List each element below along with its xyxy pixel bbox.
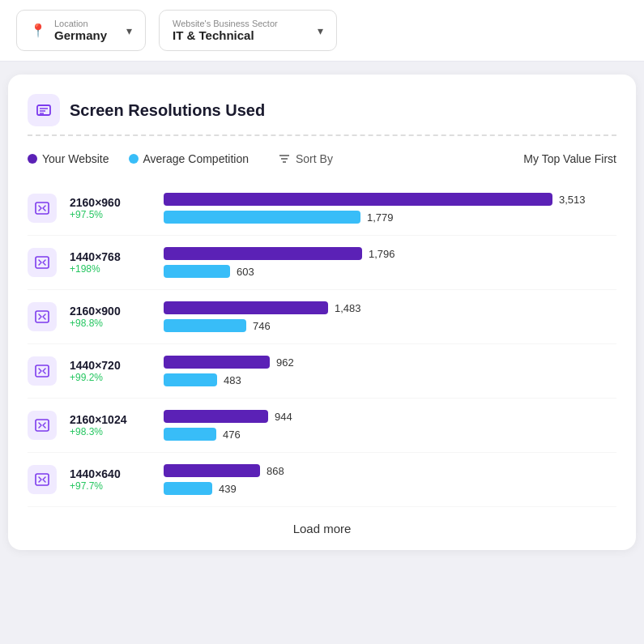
avg-competition-label: Average Competition xyxy=(143,152,249,165)
sort-by-button[interactable]: Sort By xyxy=(278,152,333,165)
resolution-row: 1440×720 +99.2% 962 483 xyxy=(28,344,616,399)
load-more-button[interactable]: Load more xyxy=(293,522,352,535)
your-value-3: 962 xyxy=(276,356,294,369)
res-change-1: +198% xyxy=(70,263,151,275)
card-header: Screen Resolutions Used xyxy=(28,94,616,136)
bars-container-4: 944 476 xyxy=(164,410,616,441)
bars-container-1: 1,796 603 xyxy=(164,247,616,278)
res-change-5: +97.7% xyxy=(70,480,151,492)
res-label-0: 2160×960 +97.5% xyxy=(70,196,151,220)
sector-label: Website's Business Sector xyxy=(173,19,278,28)
avg-bar-row-4: 476 xyxy=(164,428,616,441)
your-bar-row-4: 944 xyxy=(164,410,616,423)
avg-bar-row-2: 746 xyxy=(164,319,616,332)
your-bar-3 xyxy=(164,356,270,369)
res-change-2: +98.8% xyxy=(70,318,151,329)
svg-rect-8 xyxy=(36,257,49,268)
avg-value-4: 476 xyxy=(223,429,241,441)
avg-bar-row-5: 439 xyxy=(164,482,616,495)
location-dropdown-content: Location Germany xyxy=(54,19,107,42)
svg-rect-10 xyxy=(36,365,49,377)
bars-container-3: 962 483 xyxy=(164,356,616,386)
avg-value-1: 603 xyxy=(237,266,254,278)
location-chevron-icon: ▾ xyxy=(126,24,132,37)
your-value-5: 868 xyxy=(267,465,284,477)
avg-bar-0 xyxy=(164,211,360,224)
resolution-list: 2160×960 +97.5% 3,513 1,779 xyxy=(28,181,616,507)
your-bar-row-1: 1,796 xyxy=(164,247,616,260)
res-name-4: 2160×1024 xyxy=(70,413,151,426)
avg-bar-2 xyxy=(164,319,246,332)
your-website-dot xyxy=(28,154,37,164)
sector-value: IT & Technical xyxy=(173,28,278,42)
resolution-icon-5 xyxy=(28,465,57,494)
avg-bar-5 xyxy=(164,482,212,495)
res-name-1: 1440×768 xyxy=(70,250,151,263)
card-header-icon xyxy=(28,94,60,126)
avg-bar-3 xyxy=(164,373,217,386)
resolution-icon-2 xyxy=(28,302,57,331)
resolution-icon-3 xyxy=(28,356,57,386)
svg-rect-12 xyxy=(36,474,49,485)
res-label-1: 1440×768 +198% xyxy=(70,250,151,275)
sector-chevron-icon: ▾ xyxy=(318,24,323,37)
bars-container-2: 1,483 746 xyxy=(164,301,616,332)
load-more-row: Load more xyxy=(28,507,616,550)
main-card: Screen Resolutions Used Your Website Ave… xyxy=(8,75,636,550)
bars-container-0: 3,513 1,779 xyxy=(164,193,616,224)
avg-value-2: 746 xyxy=(253,320,271,332)
location-dropdown[interactable]: 📍 Location Germany ▾ xyxy=(16,10,146,51)
res-name-0: 2160×960 xyxy=(70,196,151,209)
your-bar-row-3: 962 xyxy=(164,356,616,369)
avg-value-5: 439 xyxy=(219,483,237,495)
avg-competition-dot xyxy=(129,154,139,164)
resolution-row: 2160×1024 +98.3% 944 476 xyxy=(28,399,616,453)
svg-rect-11 xyxy=(36,420,49,431)
avg-bar-4 xyxy=(164,428,216,441)
your-value-4: 944 xyxy=(275,411,292,423)
bars-container-5: 868 439 xyxy=(164,464,616,495)
res-name-3: 1440×720 xyxy=(70,359,151,372)
avg-value-0: 1,779 xyxy=(367,211,394,224)
top-bar: 📍 Location Germany ▾ Website's Business … xyxy=(0,0,644,62)
legend-your-website: Your Website xyxy=(28,152,109,165)
res-label-3: 1440×720 +99.2% xyxy=(70,359,151,383)
avg-bar-row-0: 1,779 xyxy=(164,211,616,224)
location-value: Germany xyxy=(54,28,107,42)
your-bar-5 xyxy=(164,464,260,477)
resolution-icon-1 xyxy=(28,248,57,277)
your-bar-1 xyxy=(164,247,362,260)
sort-icon xyxy=(278,152,291,165)
sort-by-label: Sort By xyxy=(296,152,333,165)
your-bar-row-0: 3,513 xyxy=(164,193,616,206)
your-value-1: 1,796 xyxy=(369,248,395,260)
res-name-5: 1440×640 xyxy=(70,467,151,480)
avg-bar-row-3: 483 xyxy=(164,373,616,386)
your-website-label: Your Website xyxy=(42,152,109,165)
res-label-2: 2160×900 +98.8% xyxy=(70,305,151,329)
res-label-5: 1440×640 +97.7% xyxy=(70,467,151,492)
your-bar-row-5: 868 xyxy=(164,464,616,477)
legend-avg-competition: Average Competition xyxy=(129,152,249,165)
your-bar-2 xyxy=(164,301,328,314)
res-change-3: +99.2% xyxy=(70,372,151,383)
svg-rect-7 xyxy=(36,203,49,214)
top-value-label: My Top Value First xyxy=(523,152,616,165)
card-title: Screen Resolutions Used xyxy=(70,101,265,120)
resolution-row: 1440×768 +198% 1,796 603 xyxy=(28,236,616,290)
resolution-icon-0 xyxy=(28,194,57,223)
location-icon: 📍 xyxy=(30,23,46,38)
res-name-2: 2160×900 xyxy=(70,305,151,318)
resolution-row: 2160×960 +97.5% 3,513 1,779 xyxy=(28,181,616,236)
your-value-2: 1,483 xyxy=(335,302,361,314)
res-label-4: 2160×1024 +98.3% xyxy=(70,413,151,437)
avg-bar-row-1: 603 xyxy=(164,265,616,278)
legend-bar: Your Website Average Competition Sort By… xyxy=(28,152,616,165)
avg-value-3: 483 xyxy=(224,374,241,386)
resolution-row: 1440×640 +97.7% 868 439 xyxy=(28,453,616,507)
res-change-4: +98.3% xyxy=(70,426,151,437)
res-change-0: +97.5% xyxy=(70,209,151,220)
resolution-icon-4 xyxy=(28,411,57,440)
sector-dropdown[interactable]: Website's Business Sector IT & Technical… xyxy=(159,10,337,51)
your-bar-4 xyxy=(164,410,268,423)
